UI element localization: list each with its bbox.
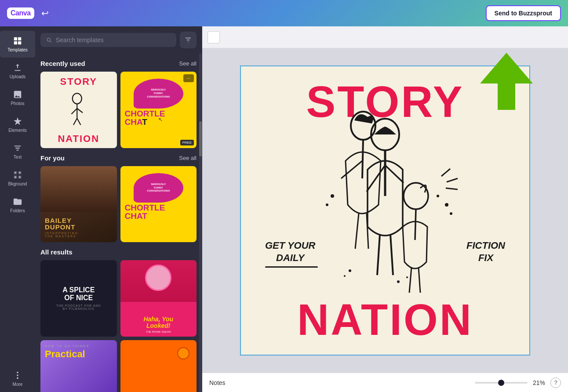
svg-point-37 [437,195,439,197]
recently-used-grid: STORY NATION ··· [40,72,197,148]
sidebar-item-uploads[interactable]: Uploads [0,58,35,84]
canva-logo: Canva [7,7,34,19]
svg-marker-17 [480,53,533,110]
svg-rect-2 [14,41,17,44]
svg-line-14 [77,109,83,113]
notes-label: Notes [209,379,226,386]
practical-title: Practical [45,349,113,359]
grid-icon [13,36,22,46]
svg-line-27 [377,235,380,275]
svg-point-44 [406,276,408,278]
canvas-subtitle-left: GET YOURDAILY [265,240,316,265]
svg-point-36 [450,212,452,215]
sidebar-item-more[interactable]: More [0,365,35,392]
photo-icon [13,90,22,99]
speech-bubble-2: SERIOUSLYFUNNYCONVERSATIONS [134,173,183,203]
splice-title: A SPLICEOF NICE [62,286,95,301]
free-badge: FREE [180,140,194,145]
zoom-slider[interactable] [475,382,528,384]
svg-line-32 [419,267,420,293]
scroll-thumb [199,121,202,156]
sidebar-item-background[interactable]: Bkground [0,165,35,192]
panel-scroll[interactable]: Recently used See all STORY [35,54,202,392]
text-label: Text [14,155,22,160]
search-input-wrap[interactable] [40,33,176,47]
header: Canva ↩ Send to Buzzsprout [0,0,568,26]
template-card-story-nation[interactable]: STORY NATION [40,72,117,148]
for-you-section-header: For you See all [40,154,197,162]
icon-sidebar: Templates Uploads Photos Elements [0,26,35,392]
zoom-slider-thumb [498,380,504,386]
upload-icon [13,63,22,73]
svg-line-28 [390,235,393,275]
template-card-chortle-chat[interactable]: ··· SERIOUSLYFUNNYCONVERSATIONS CHORTLEC… [120,72,197,148]
help-button[interactable]: ? [550,377,561,388]
photos-label: Photos [11,101,24,106]
green-arrow-icon [480,53,533,110]
svg-point-43 [397,280,400,283]
template-card-haha-looked[interactable]: Haha, YouLooked! THE FRANK SQUAD [120,260,197,337]
template-card-splice-nice[interactable]: A SPLICEOF NICE THE PODCAST FOR ANDBY FI… [40,260,117,337]
story-title-top: STORY [40,77,117,87]
for-you-title: For you [40,154,65,162]
haha-subtitle: THE FRANK SQUAD [143,330,173,333]
color-swatch[interactable] [208,31,220,44]
text-icon [13,143,22,153]
templates-label: Templates [7,47,28,52]
background-icon [13,170,22,180]
svg-point-11 [73,93,82,104]
template-more-button[interactable]: ··· [183,74,194,82]
filter-button[interactable] [180,32,197,48]
sidebar-item-folders[interactable]: Folders [0,192,35,218]
search-bar [35,26,202,54]
haha-title: Haha, YouLooked! [143,316,173,330]
sidebar-item-text[interactable]: Text [0,138,35,165]
canvas-underline [265,266,318,268]
folder-icon [13,197,22,207]
folders-label: Folders [10,208,25,213]
green-arrow-container [480,53,533,112]
sidebar-item-templates[interactable]: Templates [0,31,35,58]
all-results-title: All results [40,248,73,256]
svg-line-13 [71,109,77,114]
template-card-chortle-chat-2[interactable]: SERIOUSLYFUNNYCONVERSATIONS CHORTLECHAT [120,166,197,243]
sidebar-item-elements[interactable]: Elements [0,111,35,138]
header-left: Canva ↩ [7,6,51,20]
undo-button[interactable]: ↩ [40,6,51,20]
chortle-text-2: CHORTLECHAT [123,203,194,220]
canvas-toolbar [202,26,568,48]
for-you-see-all[interactable]: See all [179,155,197,161]
svg-line-20 [341,161,362,178]
template-card-practical[interactable]: HOW TO DO THINGS Practical [40,340,117,392]
sidebar-item-photos[interactable]: Photos [0,84,35,111]
recently-used-see-all[interactable]: See all [179,60,197,67]
search-input[interactable] [56,36,171,44]
story-title-bottom: NATION [40,134,117,144]
elements-icon [13,116,22,126]
svg-line-19 [362,140,363,178]
recently-used-title: Recently used [40,60,85,67]
haha-text-area: Haha, YouLooked! THE FRANK SQUAD [143,316,173,333]
svg-point-35 [445,203,448,207]
svg-rect-3 [18,41,21,44]
svg-point-6 [17,374,18,376]
haha-avatar [145,265,171,291]
svg-line-40 [446,188,458,189]
canvas-viewport[interactable]: STORY [202,48,568,373]
more-icon [13,370,22,380]
story-nation-figure [59,87,98,133]
svg-point-34 [326,203,328,206]
svg-point-5 [17,372,18,374]
svg-rect-0 [14,37,17,40]
svg-point-41 [349,269,351,272]
template-card-bailey-dupont[interactable]: BAILEYDUPONT INTERPRETINGTHE MASTERS [40,166,117,243]
background-label: Bkground [8,181,27,186]
zoom-percentage: 21% [533,379,545,386]
svg-line-38 [441,169,450,176]
practical-eyebrow: HOW TO DO THINGS [45,345,113,348]
all-results-grid: A SPLICEOF NICE THE PODCAST FOR ANDBY FI… [40,260,197,392]
template-card-in-this-corner[interactable]: IN THISCORNER [120,340,197,392]
speech-bubble: SERIOUSLYFUNNYCONVERSATIONS [134,79,183,109]
send-to-buzzsprout-button[interactable]: Send to Buzzsprout [486,5,561,21]
status-bar: Notes 21% ? [202,373,568,392]
